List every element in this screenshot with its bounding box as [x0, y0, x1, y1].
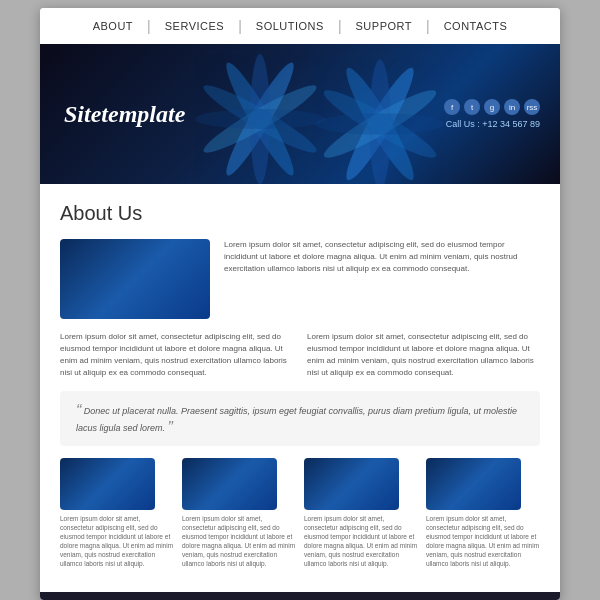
hero-content: Sitetemplate [40, 101, 185, 128]
linkedin-icon[interactable]: in [504, 99, 520, 115]
nav-contacts[interactable]: CONTACTS [430, 20, 522, 32]
google-icon[interactable]: g [484, 99, 500, 115]
nav-support[interactable]: SUPPORT [342, 20, 426, 32]
thumb-col-4: Lorem ipsum dolor sit amet, consectetur … [426, 458, 540, 569]
content-area: About Us Lorem ipsum dolor sit amet, con… [40, 184, 560, 592]
quote-mark-close-icon: ” [168, 419, 173, 436]
nav-solutions[interactable]: SOLUTIONS [242, 20, 338, 32]
nav-services[interactable]: SERVICES [151, 20, 238, 32]
thumb-text-2: Lorem ipsum dolor sit amet, consectetur … [182, 514, 296, 569]
quote-mark-open-icon: “ [76, 402, 81, 419]
quote-section: “ Donec ut placerat nulla. Praesent sagi… [60, 391, 540, 446]
top-content-row: Lorem ipsum dolor sit amet, consectetur … [60, 239, 540, 319]
thumbnail-3 [304, 458, 399, 510]
quote-text: Donec ut placerat nulla. Praesent sagitt… [76, 406, 517, 433]
mid-col-left: Lorem ipsum dolor sit amet, consectetur … [60, 331, 293, 379]
top-body-text: Lorem ipsum dolor sit amet, consectetur … [224, 239, 540, 319]
thumb-text-4: Lorem ipsum dolor sit amet, consectetur … [426, 514, 540, 569]
mid-col-right: Lorem ipsum dolor sit amet, consectetur … [307, 331, 540, 379]
thumb-col-3: Lorem ipsum dolor sit amet, consectetur … [304, 458, 418, 569]
twitter-icon[interactable]: t [464, 99, 480, 115]
thumbnails-row: Lorem ipsum dolor sit amet, consectetur … [60, 458, 540, 569]
nav-about[interactable]: ABOUT [79, 20, 147, 32]
hero-banner: Sitetemplate f t g in rss Call Us : +12 … [40, 44, 560, 184]
hero-phone: Call Us : +12 34 567 89 [444, 119, 540, 129]
main-thumbnail [60, 239, 210, 319]
thumb-text-3: Lorem ipsum dolor sit amet, consectetur … [304, 514, 418, 569]
thumbnail-2 [182, 458, 277, 510]
facebook-icon[interactable]: f [444, 99, 460, 115]
footer-nav: About Us | Services | Solutions | Suppor… [40, 592, 560, 600]
navbar: ABOUT | SERVICES | SOLUTIONS | SUPPORT |… [40, 8, 560, 44]
about-title: About Us [60, 202, 540, 225]
thumbnail-1 [60, 458, 155, 510]
mid-content-row: Lorem ipsum dolor sit amet, consectetur … [60, 331, 540, 379]
thumb-col-1: Lorem ipsum dolor sit amet, consectetur … [60, 458, 174, 569]
rss-icon[interactable]: rss [524, 99, 540, 115]
thumb-col-2: Lorem ipsum dolor sit amet, consectetur … [182, 458, 296, 569]
hero-title: Sitetemplate [64, 101, 185, 128]
svg-point-11 [195, 109, 325, 129]
hero-right: f t g in rss Call Us : +12 34 567 89 [444, 99, 540, 129]
thumbnail-4 [426, 458, 521, 510]
page-wrapper: ABOUT | SERVICES | SOLUTIONS | SUPPORT |… [40, 8, 560, 600]
hero-social-icons: f t g in rss [444, 99, 540, 115]
thumb-text-1: Lorem ipsum dolor sit amet, consectetur … [60, 514, 174, 569]
